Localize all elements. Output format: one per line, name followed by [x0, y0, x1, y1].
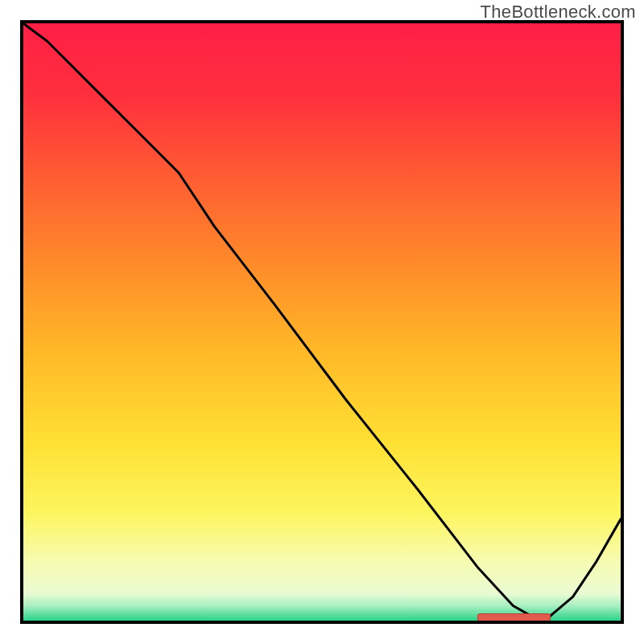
bottleneck-marker	[477, 613, 551, 621]
chart-frame	[20, 20, 624, 624]
chart-svg	[23, 23, 621, 621]
chart-background	[23, 23, 621, 621]
